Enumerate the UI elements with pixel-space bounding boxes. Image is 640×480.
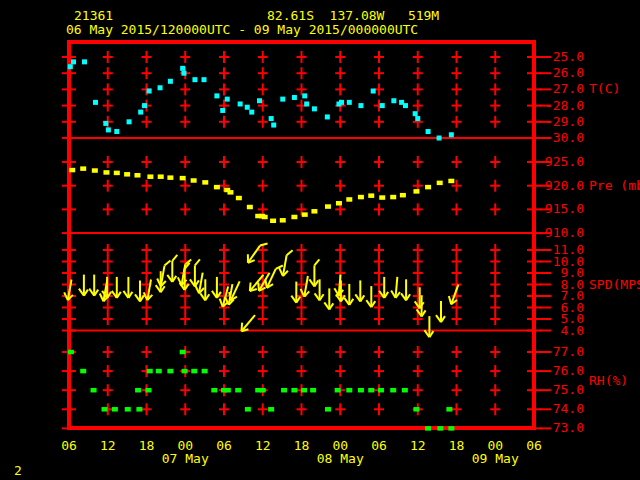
- wind-barb: [123, 277, 132, 298]
- pressure-point: [325, 204, 331, 209]
- relative-humidity-point: [225, 388, 231, 393]
- temperature-point: [249, 110, 254, 115]
- y-tick-label: -28.0: [545, 98, 584, 113]
- relative-humidity-point: [202, 369, 208, 374]
- temperature-point: [138, 110, 143, 115]
- temperature-point: [168, 79, 173, 84]
- y-tick-label: -30.0: [545, 130, 584, 145]
- wind-barb: [309, 259, 319, 286]
- wind-barb: [167, 255, 177, 282]
- relative-humidity-point: [147, 369, 153, 374]
- wind-barb: [102, 277, 111, 298]
- temperature-point: [271, 123, 276, 128]
- wind-barb-stroke: [314, 259, 319, 265]
- pressure-point: [413, 189, 419, 194]
- y-tick-label: 75.0: [553, 382, 584, 397]
- relative-humidity-point: [191, 369, 197, 374]
- panel-axis-label: Pre (mb): [589, 178, 640, 193]
- y-tick-label: -27.0: [545, 81, 584, 96]
- y-tick-label: -26.0: [545, 65, 584, 80]
- temperature-point: [142, 103, 147, 108]
- pressure-point: [368, 193, 374, 198]
- x-tick-label: 12: [410, 438, 426, 453]
- pressure-point: [180, 176, 186, 181]
- pressure-point: [247, 205, 253, 210]
- x-tick-label: 06: [526, 438, 542, 453]
- relative-humidity-point: [125, 407, 131, 412]
- pressure-point: [270, 219, 276, 224]
- relative-humidity-point: [211, 388, 217, 393]
- temperature-point: [93, 100, 98, 105]
- relative-humidity-point: [180, 350, 186, 355]
- temperature-point: [371, 89, 376, 94]
- pressure-point: [69, 168, 75, 173]
- pressure-point: [158, 174, 164, 179]
- temperature-point: [437, 136, 442, 141]
- temperature-point: [214, 93, 219, 98]
- pressure-point: [437, 181, 443, 186]
- temperature-point: [302, 93, 307, 98]
- relative-humidity-point: [335, 388, 341, 393]
- y-tick-label: 920.0: [545, 178, 584, 193]
- panel-axis-label: T(C): [589, 81, 620, 96]
- pressure-point: [291, 215, 297, 220]
- y-tick-label: 4.0: [561, 323, 584, 338]
- temperature-point: [180, 66, 185, 71]
- x-date-label: 07 May: [162, 451, 209, 466]
- relative-humidity-point: [346, 388, 352, 393]
- wind-barb: [112, 277, 121, 298]
- temperature-point: [292, 95, 297, 100]
- pressure-point: [336, 201, 342, 206]
- pressure-point: [302, 212, 308, 217]
- y-tick-label: 76.0: [553, 363, 584, 378]
- wind-barb: [278, 248, 293, 276]
- temperature-point: [347, 100, 352, 105]
- relative-humidity-point: [136, 407, 142, 412]
- panel-axis-label: SPD(MPS): [589, 277, 640, 292]
- relative-humidity-point: [402, 388, 408, 393]
- temperature-point: [280, 97, 285, 102]
- x-tick-label: 18: [294, 438, 310, 453]
- pressure-point: [202, 180, 208, 185]
- temperature-point: [220, 108, 225, 113]
- wind-barb: [391, 277, 402, 299]
- wind-barb: [262, 261, 282, 290]
- wind-barb: [344, 284, 353, 305]
- y-tick-label: 77.0: [553, 344, 584, 359]
- relative-humidity-point: [102, 407, 108, 412]
- wind-barb: [142, 279, 155, 301]
- temperature-point: [391, 98, 396, 103]
- relative-humidity-point: [235, 388, 241, 393]
- wind-barb: [401, 279, 410, 300]
- pressure-point: [311, 209, 317, 214]
- y-tick-label: -29.0: [545, 114, 584, 129]
- temperature-point: [225, 97, 230, 102]
- pressure-point: [358, 195, 364, 200]
- wind-barb-stroke: [165, 260, 171, 267]
- temperature-point: [449, 132, 454, 137]
- wind-barb: [355, 280, 364, 301]
- x-tick-label: 12: [255, 438, 271, 453]
- wind-barb: [379, 277, 388, 298]
- relative-humidity-point: [112, 407, 118, 412]
- pressure-point: [167, 175, 173, 180]
- wind-barb-stroke: [287, 249, 293, 256]
- relative-humidity-point: [437, 426, 443, 431]
- y-tick-label: -25.0: [545, 49, 584, 64]
- relative-humidity-point: [91, 388, 97, 393]
- temperature-point: [127, 119, 132, 124]
- x-tick-label: 18: [449, 438, 465, 453]
- pressure-point: [262, 215, 268, 220]
- temperature-point: [147, 89, 152, 94]
- relative-humidity-point: [446, 407, 452, 412]
- relative-humidity-point: [425, 426, 431, 431]
- meteogram-screen: 21361 82.61S 137.08W 519M 06 May 2015/12…: [0, 0, 640, 480]
- pressure-point: [280, 218, 286, 223]
- pressure-point: [227, 190, 233, 195]
- wind-barb: [99, 280, 112, 302]
- pressure-point: [147, 174, 153, 179]
- relative-humidity-point: [80, 369, 86, 374]
- relative-humidity-point: [145, 388, 151, 393]
- pressure-point: [448, 179, 454, 184]
- relative-humidity-point: [268, 407, 274, 412]
